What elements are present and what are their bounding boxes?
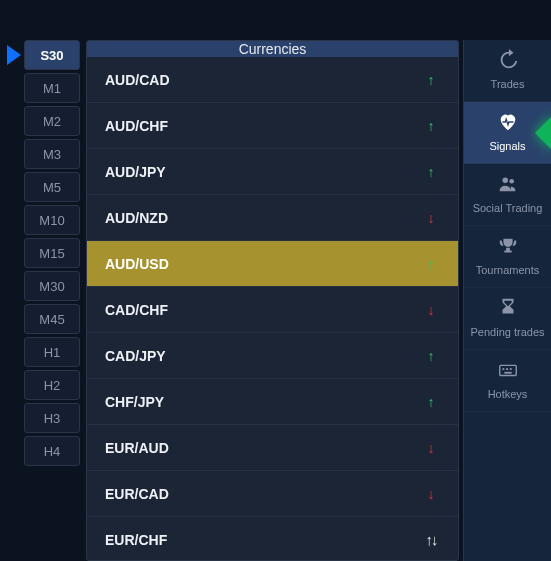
- nav-label: Tournaments: [472, 264, 544, 277]
- nav-trades[interactable]: Trades: [464, 40, 551, 102]
- hourglass-icon: [497, 297, 519, 322]
- nav-hotkeys[interactable]: Hotkeys: [464, 350, 551, 412]
- nav-signals[interactable]: Signals: [464, 102, 551, 164]
- timeframe-list: S30 M1 M2 M3 M5 M10 M15 M30 M45 H1 H2 H3…: [24, 40, 80, 561]
- currency-pair-label: AUD/CAD: [105, 72, 170, 88]
- currency-row-eur-aud[interactable]: EUR/AUD ↓: [87, 425, 458, 471]
- heartbeat-icon: [497, 111, 519, 136]
- currency-row-aud-cad[interactable]: AUD/CAD ↑: [87, 57, 458, 103]
- currency-pair-label: EUR/CAD: [105, 486, 169, 502]
- currency-row-cad-chf[interactable]: CAD/CHF ↓: [87, 287, 458, 333]
- arrow-up-icon: ↑: [422, 256, 440, 272]
- timeframe-m15[interactable]: M15: [24, 238, 80, 268]
- nav-pending-trades[interactable]: Pending trades: [464, 288, 551, 350]
- currency-row-aud-nzd[interactable]: AUD/NZD ↓: [87, 195, 458, 241]
- timeframe-m30[interactable]: M30: [24, 271, 80, 301]
- nav-social-trading[interactable]: Social Trading: [464, 164, 551, 226]
- timeframe-m10[interactable]: M10: [24, 205, 80, 235]
- currency-pair-label: CAD/JPY: [105, 348, 166, 364]
- arrow-down-icon: ↓: [422, 210, 440, 226]
- timeframe-h1[interactable]: H1: [24, 337, 80, 367]
- svg-rect-6: [504, 372, 511, 374]
- history-icon: [497, 49, 519, 74]
- timeframe-h4[interactable]: H4: [24, 436, 80, 466]
- timeframe-m45[interactable]: M45: [24, 304, 80, 334]
- nav-label: Trades: [487, 78, 529, 91]
- nav-tournaments[interactable]: Tournaments: [464, 226, 551, 288]
- timeframe-h3[interactable]: H3: [24, 403, 80, 433]
- nav-label: Social Trading: [469, 202, 547, 215]
- nav-label: Signals: [485, 140, 529, 153]
- timeframe-m2[interactable]: M2: [24, 106, 80, 136]
- arrow-up-icon: ↑: [422, 118, 440, 134]
- arrow-up-icon: ↑: [422, 72, 440, 88]
- currency-pair-label: AUD/NZD: [105, 210, 168, 226]
- currency-pair-label: CHF/JPY: [105, 394, 164, 410]
- timeframe-m1[interactable]: M1: [24, 73, 80, 103]
- trophy-icon: [497, 235, 519, 260]
- currency-row-aud-chf[interactable]: AUD/CHF ↑: [87, 103, 458, 149]
- currencies-header: Currencies: [87, 41, 458, 57]
- svg-rect-5: [509, 369, 511, 371]
- timeframe-m5[interactable]: M5: [24, 172, 80, 202]
- arrow-up-icon: ↑: [422, 394, 440, 410]
- nav-label: Pending trades: [467, 326, 549, 339]
- currencies-panel: Currencies AUD/CAD ↑ AUD/CHF ↑ AUD/JPY ↑…: [86, 40, 459, 561]
- currency-row-eur-cad[interactable]: EUR/CAD ↓: [87, 471, 458, 517]
- currency-row-chf-jpy[interactable]: CHF/JPY ↑: [87, 379, 458, 425]
- svg-rect-2: [499, 366, 516, 376]
- currency-list: AUD/CAD ↑ AUD/CHF ↑ AUD/JPY ↑ AUD/NZD ↓ …: [87, 57, 458, 561]
- arrow-up-icon: ↑: [422, 348, 440, 364]
- currency-pair-label: AUD/USD: [105, 256, 169, 272]
- currency-pair-label: EUR/AUD: [105, 440, 169, 456]
- timeframe-s30[interactable]: S30: [24, 40, 80, 70]
- currency-row-eur-chf[interactable]: EUR/CHF ↑↓: [87, 517, 458, 561]
- keyboard-icon: [497, 359, 519, 384]
- timeframe-m3[interactable]: M3: [24, 139, 80, 169]
- arrow-up-icon: ↑: [422, 164, 440, 180]
- currency-pair-label: EUR/CHF: [105, 532, 167, 548]
- timeframe-h2[interactable]: H2: [24, 370, 80, 400]
- svg-rect-4: [506, 369, 508, 371]
- currency-row-aud-usd[interactable]: AUD/USD ↑: [87, 241, 458, 287]
- currency-pair-label: AUD/JPY: [105, 164, 166, 180]
- currency-pair-label: CAD/CHF: [105, 302, 168, 318]
- currency-row-aud-jpy[interactable]: AUD/JPY ↑: [87, 149, 458, 195]
- nav-label: Hotkeys: [484, 388, 532, 401]
- right-nav: Trades Signals Social Trading Tournament…: [463, 40, 551, 561]
- svg-rect-3: [502, 369, 504, 371]
- currency-row-cad-jpy[interactable]: CAD/JPY ↑: [87, 333, 458, 379]
- arrow-down-icon: ↓: [422, 440, 440, 456]
- sort-icon: ↑↓: [422, 531, 440, 548]
- users-icon: [497, 173, 519, 198]
- arrow-down-icon: ↓: [422, 302, 440, 318]
- svg-point-1: [509, 179, 514, 184]
- arrow-down-icon: ↓: [422, 486, 440, 502]
- currency-pair-label: AUD/CHF: [105, 118, 168, 134]
- svg-point-0: [502, 178, 508, 184]
